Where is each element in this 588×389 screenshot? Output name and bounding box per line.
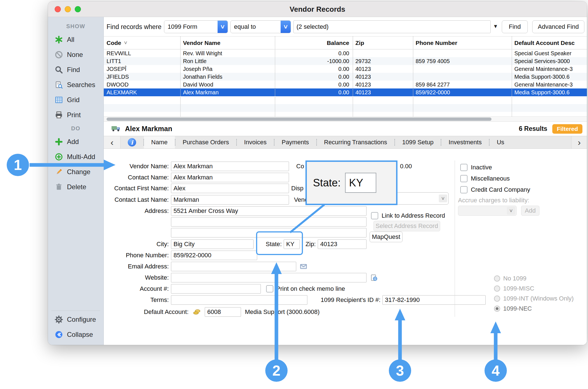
contact-name-input[interactable] (171, 173, 289, 182)
sidebar-item-collapse[interactable]: Collapse (48, 327, 103, 342)
sidebar-item-multi-add[interactable]: Multi-Add (48, 149, 103, 164)
column-header-account-desc[interactable]: Default Account Desc (512, 37, 587, 49)
chevron-down-icon: ˅ (507, 207, 515, 215)
credit-card-company-checkbox[interactable] (460, 186, 467, 193)
radio-1099-int[interactable] (494, 296, 500, 302)
tab-bar: ‹ i Name Purchase Orders Invoices Paymen… (104, 136, 587, 149)
email-icon[interactable] (300, 263, 307, 272)
sidebar-item-delete[interactable]: Delete (48, 179, 103, 194)
inactive-checkbox[interactable] (460, 164, 467, 171)
table-row[interactable]: REVWILL Rev. Will Wright 0.00 Special Gu… (104, 49, 587, 57)
sidebar-item-none[interactable]: None (48, 47, 103, 62)
cell-phone (413, 49, 512, 57)
radio-no-1099-label: No 1099 (503, 275, 526, 282)
tab-payments[interactable]: Payments (274, 136, 316, 148)
sidebar-item-grid[interactable]: Grid (48, 92, 103, 107)
cell-code: JFIELDS (104, 73, 180, 81)
horizontal-scrollbar-thumb[interactable] (107, 117, 491, 121)
find-field-dropdown[interactable]: 1099 Form ˅ (164, 20, 228, 33)
tab-users[interactable]: Us (490, 136, 512, 148)
website-globe-icon[interactable] (370, 274, 378, 283)
recent-searches-disclosure-icon[interactable]: ▾ (494, 23, 497, 30)
cell-account-desc: Special Services-3000 (512, 57, 587, 65)
minimize-button[interactable] (65, 6, 71, 12)
table-row-empty (104, 112, 587, 116)
zoom-button[interactable] (75, 6, 81, 12)
email-address-input[interactable] (171, 262, 296, 271)
zip-input[interactable] (318, 239, 367, 249)
radio-1099-nec[interactable] (494, 306, 500, 312)
address-line2-input[interactable] (171, 217, 367, 227)
find-operator-dropdown[interactable]: equal to ˅ (230, 20, 291, 33)
tab-recurring-transactions[interactable]: Recurring Transactions (317, 136, 394, 148)
filtered-badge[interactable]: Filtered (552, 124, 582, 134)
table-row-empty (104, 104, 587, 112)
terms-input[interactable] (171, 295, 307, 305)
column-header-phone[interactable]: Phone Number (413, 37, 512, 49)
sidebar-item-print[interactable]: Print (48, 107, 103, 123)
mapquest-button[interactable]: MapQuest (370, 232, 403, 242)
sidebar-item-change[interactable]: Change (48, 164, 103, 179)
cell-balance: -1000.00 (275, 57, 353, 65)
address-line1-input[interactable] (171, 206, 367, 216)
find-criteria-input[interactable] (293, 20, 491, 33)
radio-1099-misc[interactable] (494, 285, 500, 292)
table-row[interactable]: DWOOD David Wood 0.00 40123 859 864 2277… (104, 81, 587, 88)
tab-info-segment[interactable]: i (121, 136, 143, 148)
sidebar-item-add[interactable]: Add (48, 134, 103, 149)
sidebar-item-configure[interactable]: Configure (48, 312, 103, 327)
advanced-find-button[interactable]: Advanced Find (532, 20, 584, 33)
cell-zip: 40123 (353, 65, 413, 73)
magnifier-icon (55, 66, 63, 74)
sidebar-item-searches[interactable]: Searches (48, 77, 103, 92)
column-header-code[interactable]: Code ˅ (104, 37, 180, 49)
panel-divider (455, 160, 455, 317)
tab-1099-setup[interactable]: 1099 Setup (395, 136, 441, 148)
table-row-selected[interactable]: ALEXMARK Alex Markman 0.00 40123 859/922… (104, 88, 587, 96)
find-button[interactable]: Find (502, 20, 528, 33)
vendor-name-input[interactable] (171, 162, 289, 171)
window-title: Vendor Records (48, 1, 587, 17)
account-number-input[interactable] (171, 284, 261, 294)
contact-first-name-input[interactable] (171, 184, 289, 193)
table-row[interactable]: JOSEPÎ Joseph Pña 0.00 40123 General Mai… (104, 65, 587, 73)
phone-number-input[interactable] (171, 251, 257, 260)
accrue-add-button[interactable]: Add (521, 206, 539, 216)
tab-purchase-orders[interactable]: Purchase Orders (175, 136, 236, 148)
contact-last-name-input[interactable] (171, 195, 289, 205)
table-row[interactable]: LITT1 Ron Little -1000.00 29732 859 759 … (104, 57, 587, 65)
miscellaneous-checkbox[interactable] (460, 175, 467, 182)
tab-invoices[interactable]: Invoices (237, 136, 274, 148)
cell-account-desc: General Maintenance-3 (512, 81, 587, 88)
default-account-input[interactable] (205, 307, 241, 317)
sidebar-item-find[interactable]: Find (48, 62, 103, 77)
tab-name[interactable]: Name (144, 136, 175, 148)
contact-name-label: Contact Name: (104, 173, 169, 182)
cell-vendor-name: Jonathan Fields (180, 73, 275, 81)
cell-zip (353, 49, 413, 57)
tab-forward-button[interactable]: › (571, 136, 587, 148)
annotation-circle-2: 2 (265, 359, 288, 382)
sidebar-item-label: Collapse (67, 331, 93, 338)
link-address-checkbox[interactable] (371, 212, 378, 219)
sidebar-item-all[interactable]: All (48, 32, 103, 47)
radio-no-1099[interactable] (494, 275, 500, 282)
print-memo-checkbox[interactable] (266, 285, 273, 292)
table-row[interactable]: JFIELDS Jonathan Fields 0.00 40123 Media… (104, 73, 587, 81)
tab-back-button[interactable]: ‹ (104, 136, 121, 148)
accrue-liability-dropdown[interactable]: ˅ (458, 206, 517, 216)
close-button[interactable] (55, 6, 61, 12)
cell-account-desc: Media Support-3000.6 (512, 88, 587, 96)
sidebar-item-label: Searches (67, 81, 95, 89)
website-input[interactable] (171, 273, 367, 282)
tab-investments[interactable]: Investments (441, 136, 489, 148)
column-header-zip[interactable]: Zip (353, 37, 413, 49)
city-label: City: (104, 239, 169, 249)
select-address-record-button[interactable]: Select Address Record (373, 221, 440, 231)
recipient-id-input[interactable] (382, 295, 486, 305)
column-header-balance[interactable]: Balance (275, 37, 353, 49)
annotation-circle-4: 4 (485, 359, 507, 382)
city-input[interactable] (171, 239, 254, 249)
cell-vendor-name: Ron Little (180, 57, 275, 65)
column-header-vendor-name[interactable]: Vendor Name (180, 37, 275, 49)
